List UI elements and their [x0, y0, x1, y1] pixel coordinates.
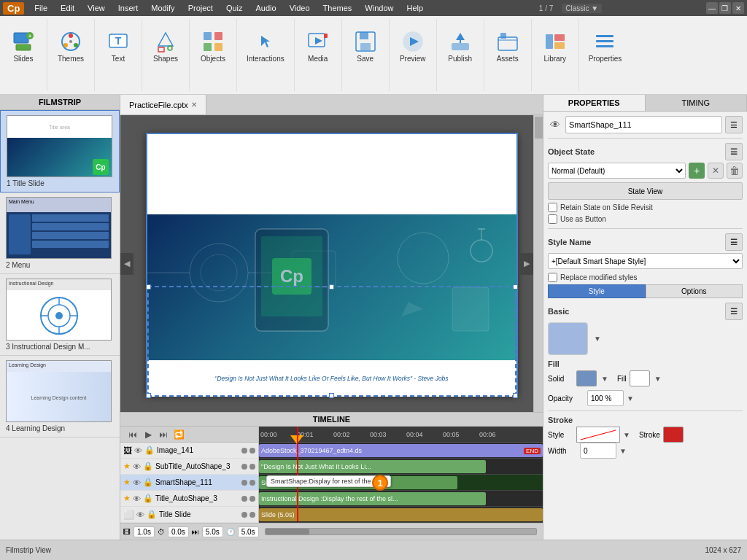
basic-options[interactable]: ☰ [725, 303, 743, 320]
scroll-right-btn[interactable]: ▶ [520, 253, 533, 275]
play-btn[interactable]: ▶ [142, 428, 155, 441]
tl-lock-subtitle[interactable]: 🔒 [143, 462, 153, 471]
minimize-btn[interactable]: — [706, 2, 718, 14]
style-select[interactable]: +[Default Smart Shape Style] [548, 253, 743, 269]
tab-properties[interactable]: PROPERTIES [543, 95, 646, 111]
tl-horizontal-scroll[interactable] [265, 528, 537, 535]
shape-fill-preview[interactable] [548, 322, 588, 355]
stroke-style-dropdown[interactable]: ▼ [623, 431, 630, 439]
tl-lock-title[interactable]: 🔒 [143, 494, 153, 503]
properties-ribbon-btn[interactable]: Properties [585, 20, 626, 71]
retain-state-checkbox[interactable] [548, 203, 557, 212]
save-btn[interactable]: Save [348, 20, 383, 71]
object-name-input[interactable] [565, 116, 722, 133]
go-start-btn[interactable]: ⏮ [126, 428, 139, 441]
menu-help[interactable]: Help [400, 2, 429, 14]
slide-thumb-3[interactable]: Instructional Design 3 Instructional Des… [0, 274, 120, 356]
tl-eye-image[interactable]: 👁 [134, 446, 142, 455]
media-btn[interactable]: Media [301, 20, 336, 71]
slide-thumb-4[interactable]: Learning Design Learning Design content … [0, 356, 120, 438]
library-btn[interactable]: Library [538, 20, 573, 71]
menu-insert[interactable]: Insert [112, 2, 144, 14]
publish-btn[interactable]: Publish [443, 20, 478, 71]
maximize-btn[interactable]: ❐ [719, 2, 731, 14]
text-btn[interactable]: T Text [101, 20, 136, 71]
tab-timing[interactable]: TIMING [646, 95, 748, 111]
tl-row-image[interactable]: 🖼 👁 🔒 Image_141 [120, 443, 258, 459]
tl-row-smartshape[interactable]: ★ 👁 🔒 SmartShape_111 [120, 475, 258, 491]
track-bar-titleshape[interactable]: Instructional Design :Display the rest o… [259, 492, 486, 505]
object-options-btn[interactable]: ☰ [725, 116, 743, 133]
menu-file[interactable]: File [28, 2, 53, 14]
del-state-btn[interactable]: ✕ [708, 163, 724, 179]
menu-edit[interactable]: Edit [55, 2, 80, 14]
stroke-width-input[interactable] [580, 443, 616, 459]
scroll-thumb[interactable] [535, 117, 543, 139]
shape-preview-dropdown[interactable]: ▼ [594, 335, 601, 343]
timeline-tracks[interactable]: 00:00 00:01 00:02 00:03 00:04 00:05 00:0… [259, 427, 543, 523]
slide-canvas[interactable]: ◀ [120, 115, 543, 412]
menu-quiz[interactable]: Quiz [220, 2, 249, 14]
file-tab[interactable]: PracticeFile.cptx ✕ [120, 95, 206, 114]
tl-row-slide[interactable]: ⬜ 👁 🔒 Title Slide [120, 507, 258, 523]
close-btn[interactable]: ✕ [732, 2, 744, 14]
tl-scroll-thumb[interactable] [266, 529, 309, 534]
stroke-color-label: Stroke [639, 431, 660, 439]
track-bar-image[interactable]: AdobeStock_370219467_edtn4.ds END [259, 444, 543, 457]
state-select[interactable]: Normal (Default) [548, 163, 686, 179]
object-state-options[interactable]: ☰ [725, 143, 743, 160]
scroll-left-btn[interactable]: ◀ [120, 253, 133, 275]
playhead[interactable] [297, 427, 298, 521]
tl-eye-smart[interactable]: 👁 [133, 478, 141, 487]
opacity-dropdown[interactable]: ▼ [627, 394, 634, 402]
style-tab-style[interactable]: Style [548, 284, 646, 298]
vertical-scrollbar[interactable] [533, 115, 543, 412]
menu-modify[interactable]: Modify [145, 2, 180, 14]
stroke-width-dropdown[interactable]: ▼ [619, 447, 627, 455]
menu-window[interactable]: Window [359, 2, 399, 14]
stroke-style-swatch[interactable] [576, 427, 620, 443]
menu-video[interactable]: Video [284, 2, 316, 14]
tl-eye-title[interactable]: 👁 [133, 494, 141, 503]
objects-btn[interactable]: Objects [196, 20, 231, 71]
stroke-color-swatch[interactable] [663, 427, 684, 443]
go-end-btn[interactable]: ⏭ [157, 428, 170, 441]
tl-lock-slide[interactable]: 🔒 [147, 510, 157, 519]
tab-close-btn[interactable]: ✕ [191, 101, 197, 109]
visibility-toggle[interactable]: 👁 [548, 117, 562, 132]
replace-modified-checkbox[interactable] [548, 273, 557, 282]
shapes-btn[interactable]: Shapes [148, 20, 183, 71]
copy-state-btn[interactable]: 🗑 [727, 163, 743, 179]
opacity-input[interactable] [587, 390, 624, 406]
tl-lock-image[interactable]: 🔒 [144, 446, 155, 455]
track-bar-slide[interactable]: Slide (5.0s) [259, 508, 543, 521]
fill-color-swatch[interactable] [576, 370, 597, 386]
fill-color-dropdown[interactable]: ▼ [601, 375, 608, 383]
menu-project[interactable]: Project [182, 2, 219, 14]
preview-btn[interactable]: Preview [395, 20, 430, 71]
menu-audio[interactable]: Audio [250, 2, 282, 14]
slide-thumb-1[interactable]: Title area Cp 1 Title Slide [0, 110, 120, 192]
tl-row-subtitle[interactable]: ★ 👁 🔒 SubTitle_AutoShape_3 [120, 459, 258, 475]
slides-btn[interactable]: + Slides [6, 20, 41, 71]
tl-lock-smart[interactable]: 🔒 [143, 478, 153, 487]
menu-themes[interactable]: Themes [317, 2, 358, 14]
slide-thumb-2[interactable]: Main Menu 2 Menu [0, 192, 120, 274]
fill-pattern-dropdown[interactable]: ▼ [654, 375, 662, 383]
state-view-btn[interactable]: State View [548, 182, 743, 200]
assets-btn[interactable]: Assets [490, 20, 525, 71]
fill-pattern-swatch[interactable] [630, 370, 650, 386]
use-as-button-checkbox[interactable] [548, 214, 557, 224]
tl-eye-subtitle[interactable]: 👁 [133, 462, 141, 471]
themes-btn[interactable]: Themes [53, 20, 88, 71]
tl-row-title[interactable]: ★ 👁 🔒 Title_AutoShape_3 [120, 491, 258, 507]
menu-view[interactable]: View [82, 2, 111, 14]
style-name-options[interactable]: ☰ [725, 233, 743, 251]
track-bar-subtitle[interactable]: "Design Is Not Just What It Looks Li... [259, 460, 486, 473]
add-state-btn[interactable]: + [689, 163, 705, 179]
interactions-btn[interactable]: Interactions [243, 20, 288, 71]
tl-eye-slide[interactable]: 👁 [136, 510, 144, 519]
style-tab-options[interactable]: Options [646, 284, 743, 298]
loop-btn[interactable]: 🔁 [172, 428, 185, 441]
classic-mode-select[interactable]: Classic ▼ [562, 4, 602, 13]
